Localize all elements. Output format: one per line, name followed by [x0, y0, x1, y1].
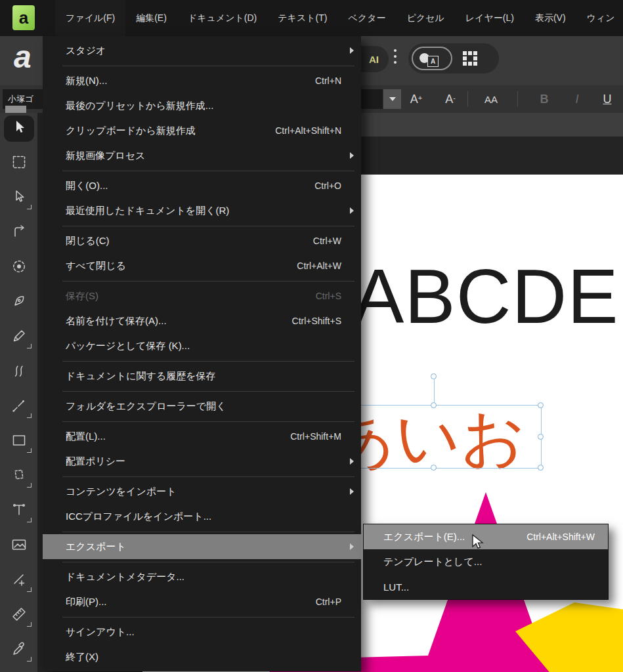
menu-item[interactable]: パッケージとして保存 (K)...: [43, 333, 361, 358]
pen-tool[interactable]: [4, 289, 34, 316]
menu-item[interactable]: 最後のプリセットから新規作成...: [43, 93, 361, 118]
pixel-selection-tool[interactable]: [4, 463, 34, 490]
studio-grid-icon[interactable]: [463, 51, 477, 66]
text-tool[interactable]: [4, 498, 34, 524]
menu-item[interactable]: すべて閉じるCtrl+Alt+W: [43, 253, 361, 278]
menu-bar-items: ファイル(F)編集(E)ドキュメント(D)テキスト(T)ベクターピクセルレイヤー…: [55, 0, 623, 36]
menu-separator: [43, 358, 361, 364]
menu-item-shortcut: Ctrl+P: [316, 597, 341, 607]
rotation-handle[interactable]: [431, 373, 437, 379]
menu-item[interactable]: 終了(X): [43, 644, 361, 669]
menu-item[interactable]: ドキュメントメタデータ...: [43, 564, 361, 589]
app-logo: a: [12, 5, 35, 30]
vector-brush-tool[interactable]: [4, 359, 34, 385]
submenu-arrow-icon: [350, 207, 354, 214]
handle-right-center[interactable]: [538, 434, 544, 440]
more-options-kebab-icon[interactable]: [394, 49, 397, 64]
menu-item[interactable]: スタジオ: [43, 38, 361, 63]
marquee-tool-icon: [11, 154, 28, 173]
menu-item-label: 終了(X): [66, 651, 98, 663]
submenu-arrow-icon: [350, 488, 354, 495]
typography-toggle-button[interactable]: A: [412, 47, 452, 70]
menu-item[interactable]: サインアウト...: [43, 620, 361, 644]
menu-item[interactable]: 配置(L)...Ctrl+Shift+M: [43, 424, 361, 449]
marquee-tool[interactable]: [4, 150, 34, 177]
node-tool-icon: [11, 188, 28, 208]
menu-item-label: クリップボードから新規作成: [66, 125, 196, 137]
handle-bottom-center[interactable]: [431, 465, 437, 471]
menubar-item[interactable]: ウィン: [576, 0, 623, 36]
menubar-item[interactable]: 編集(E): [125, 0, 177, 36]
menu-item-label: サインアウト...: [66, 626, 135, 639]
pencil-tool[interactable]: [4, 324, 34, 350]
menubar-item[interactable]: ピクセル: [396, 0, 454, 36]
caps-button[interactable]: AA: [475, 89, 507, 109]
canvas-latin-text[interactable]: ABCDEFG: [353, 259, 623, 335]
selection-brush-tool[interactable]: [4, 255, 34, 281]
menu-item[interactable]: 保存(S)Ctrl+S: [43, 284, 361, 308]
handle-top-right[interactable]: [538, 402, 544, 408]
menu-separator: [43, 388, 361, 394]
measure-tool[interactable]: [4, 602, 34, 629]
paint-brush-tool-icon: [11, 397, 28, 417]
menu-item-shortcut: Ctrl+Shift+S: [292, 316, 341, 326]
menubar-item[interactable]: テキスト(T): [267, 0, 337, 36]
menubar-item[interactable]: ベクター: [337, 0, 396, 36]
contour-tool[interactable]: [4, 220, 34, 246]
menu-item[interactable]: 閉じる(C)Ctrl+W: [43, 228, 361, 253]
move-tool[interactable]: [4, 116, 34, 142]
menu-item-label: 最近使用したドキュメントを開く(R): [66, 205, 229, 217]
menubar-item[interactable]: レイヤー(L): [455, 0, 525, 36]
menu-item[interactable]: フォルダをエクスプローラーで開く: [43, 394, 361, 419]
image-tool[interactable]: [4, 533, 34, 559]
menu-item[interactable]: ICCプロファイルをインポート...: [43, 504, 361, 529]
menu-item-label: すべて閉じる: [66, 260, 126, 272]
menu-item[interactable]: 最近使用したドキュメントを開く(R): [43, 198, 361, 223]
mouse-cursor: [471, 534, 484, 551]
submenu-arrow-icon: [350, 152, 354, 159]
node-tool[interactable]: [4, 185, 34, 211]
menu-item[interactable]: LUT...: [364, 574, 608, 599]
menu-item[interactable]: ドキュメントに関する履歴を保存: [43, 364, 361, 388]
menu-separator: [43, 278, 361, 284]
menu-item[interactable]: 配置ポリシー: [43, 449, 361, 474]
menu-item[interactable]: 新規(N)...Ctrl+N: [43, 68, 361, 93]
rectangle-tool[interactable]: [4, 429, 34, 455]
menu-item-shortcut: Ctrl+W: [313, 236, 341, 246]
menu-separator: [43, 529, 361, 534]
menu-item[interactable]: テンプレートとして...: [364, 549, 608, 574]
menu-item[interactable]: エクスポート(E)...Ctrl+Alt+Shift+W: [364, 524, 608, 549]
menu-item[interactable]: 開く(O)...Ctrl+O: [43, 173, 361, 198]
increase-size-button[interactable]: A+: [402, 89, 431, 109]
handle-top-center[interactable]: [431, 402, 437, 408]
menu-item-label: テンプレートとして...: [383, 556, 482, 568]
file-menu-dropdown: スタジオ新規(N)...Ctrl+N最後のプリセットから新規作成...クリップボ…: [43, 36, 361, 671]
italic-button[interactable]: I: [566, 89, 588, 109]
contour-tool-icon: [11, 223, 28, 243]
pixel-selection-tool-icon: [11, 467, 28, 486]
menu-item-label: 保存(S): [66, 290, 98, 303]
menu-item-shortcut: Ctrl+N: [315, 75, 341, 86]
menu-item[interactable]: コンテンツをインポート: [43, 479, 361, 504]
menu-item[interactable]: 新規画像プロセス: [43, 143, 361, 168]
menubar-item[interactable]: 表示(V): [525, 0, 576, 36]
color-picker-tool[interactable]: [4, 637, 34, 663]
node-add-tool[interactable]: [4, 568, 34, 594]
menu-item[interactable]: 印刷(P)...Ctrl+P: [43, 589, 361, 614]
affinity-a-icon: a: [14, 37, 32, 77]
bold-button[interactable]: B: [533, 89, 555, 109]
pen-tool-icon: [11, 293, 28, 312]
paint-brush-tool[interactable]: [4, 394, 34, 420]
decrease-size-button[interactable]: A-: [436, 89, 465, 109]
selection-brush-tool-icon: [11, 258, 28, 278]
font-dropdown-button[interactable]: [383, 89, 401, 109]
underline-button[interactable]: U: [596, 89, 618, 109]
menubar-item[interactable]: ドキュメント(D): [177, 0, 267, 36]
menu-item[interactable]: 名前を付けて保存(A)...Ctrl+Shift+S: [43, 308, 361, 333]
menu-item[interactable]: エクスポート: [43, 534, 361, 559]
menu-item-label: 配置ポリシー: [66, 455, 125, 468]
handle-bottom-right[interactable]: [538, 465, 544, 471]
menu-item-label: ICCプロファイルをインポート...: [66, 511, 211, 523]
menubar-item[interactable]: ファイル(F): [55, 0, 125, 36]
menu-item[interactable]: クリップボードから新規作成Ctrl+Alt+Shift+N: [43, 118, 361, 143]
